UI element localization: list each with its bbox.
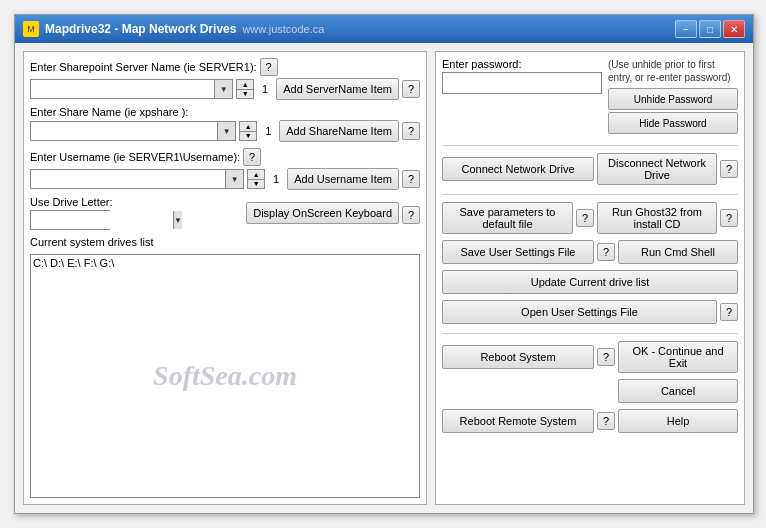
add-sharename-button[interactable]: Add ShareName Item bbox=[279, 120, 399, 142]
maximize-button[interactable]: □ bbox=[699, 20, 721, 38]
password-input[interactable] bbox=[442, 72, 602, 94]
help-button[interactable]: Help bbox=[618, 409, 738, 433]
share-name-group: Enter Share Name (ie xpshare ): ▼ ▲ ▼ 1 … bbox=[30, 106, 420, 142]
username-label-row: Enter Username (ie SERVER1\Username): ? bbox=[30, 148, 420, 166]
server-spinner[interactable]: ▲ ▼ bbox=[236, 79, 254, 99]
share-combo[interactable]: ▼ bbox=[30, 121, 236, 141]
titlebar-left: M Mapdrive32 - Map Network Drives www.ju… bbox=[23, 21, 324, 37]
server-name-group: Enter Sharepoint Server Name (ie SERVER1… bbox=[30, 58, 420, 100]
minimize-button[interactable]: − bbox=[675, 20, 697, 38]
server-label: Enter Sharepoint Server Name (ie SERVER1… bbox=[30, 61, 257, 73]
titlebar-title: Mapdrive32 - Map Network Drives bbox=[45, 22, 236, 36]
server-input[interactable] bbox=[31, 80, 214, 98]
cancel-row: Cancel bbox=[442, 379, 738, 403]
connect-row: Connect Network Drive Disconnect Network… bbox=[442, 153, 738, 185]
left-panel: Enter Sharepoint Server Name (ie SERVER1… bbox=[23, 51, 427, 505]
drive-label: Use Drive Letter: bbox=[30, 196, 113, 208]
ghost-help[interactable]: ? bbox=[720, 209, 738, 227]
server-spinner-down[interactable]: ▼ bbox=[237, 90, 253, 99]
update-row: Update Current drive list bbox=[442, 270, 738, 294]
share-spinner-up[interactable]: ▲ bbox=[240, 122, 256, 132]
share-spinner[interactable]: ▲ ▼ bbox=[239, 121, 257, 141]
add-username-button[interactable]: Add Username Item bbox=[287, 168, 399, 190]
share-combo-arrow[interactable]: ▼ bbox=[217, 122, 235, 140]
app-icon: M bbox=[23, 21, 39, 37]
drive-combo-arrow[interactable]: ▼ bbox=[173, 211, 182, 229]
ghost-button[interactable]: Run Ghost32 from install CD bbox=[597, 202, 717, 234]
share-btn-help[interactable]: ? bbox=[402, 122, 420, 140]
password-note: (Use unhide prior to first entry, or re-… bbox=[608, 58, 738, 84]
password-right: (Use unhide prior to first entry, or re-… bbox=[608, 58, 738, 134]
server-combo[interactable]: ▼ bbox=[30, 79, 233, 99]
share-label: Enter Share Name (ie xpshare ): bbox=[30, 106, 188, 118]
drives-content: C:\ D:\ E:\ F:\ G:\ bbox=[33, 257, 417, 269]
reboot-remote-row: Reboot Remote System ? Help bbox=[442, 409, 738, 433]
main-window: M Mapdrive32 - Map Network Drives www.ju… bbox=[14, 14, 754, 514]
password-left: Enter password: bbox=[442, 58, 602, 134]
save-settings-row: Save User Settings File ? Run Cmd Shell bbox=[442, 240, 738, 264]
open-settings-button[interactable]: Open User Settings File bbox=[442, 300, 717, 324]
username-combo-arrow[interactable]: ▼ bbox=[225, 170, 243, 188]
add-servername-button[interactable]: Add ServerName Item bbox=[276, 78, 399, 100]
cancel-button[interactable]: Cancel bbox=[618, 379, 738, 403]
open-settings-help[interactable]: ? bbox=[720, 303, 738, 321]
save-settings-help[interactable]: ? bbox=[597, 243, 615, 261]
username-input[interactable] bbox=[31, 170, 225, 188]
disconnect-button[interactable]: Disconnect Network Drive bbox=[597, 153, 717, 185]
username-btn-help[interactable]: ? bbox=[402, 170, 420, 188]
password-section: Enter password: (Use unhide prior to fir… bbox=[442, 58, 738, 134]
server-btn-help[interactable]: ? bbox=[402, 80, 420, 98]
reboot-remote-help[interactable]: ? bbox=[597, 412, 615, 430]
save-default-help[interactable]: ? bbox=[576, 209, 594, 227]
save-settings-button[interactable]: Save User Settings File bbox=[442, 240, 594, 264]
titlebar: M Mapdrive32 - Map Network Drives www.ju… bbox=[15, 15, 753, 43]
reboot-remote-button[interactable]: Reboot Remote System bbox=[442, 409, 594, 433]
cmd-button[interactable]: Run Cmd Shell bbox=[618, 240, 738, 264]
username-label: Enter Username (ie SERVER1\Username): bbox=[30, 151, 240, 163]
connect-button[interactable]: Connect Network Drive bbox=[442, 157, 594, 181]
drives-list-label: Current system drives list bbox=[30, 236, 420, 248]
reboot-row: Reboot System ? OK - Continue and Exit bbox=[442, 341, 738, 373]
disconnect-help-button[interactable]: ? bbox=[720, 160, 738, 178]
server-combo-arrow[interactable]: ▼ bbox=[214, 80, 232, 98]
username-spinner-val: 1 bbox=[268, 173, 284, 185]
update-button[interactable]: Update Current drive list bbox=[442, 270, 738, 294]
drives-list: C:\ D:\ E:\ F:\ G:\ SoftSea.com bbox=[30, 254, 420, 498]
share-spinner-val: 1 bbox=[260, 125, 276, 137]
share-input[interactable] bbox=[31, 122, 217, 140]
server-input-row: ▼ ▲ ▼ 1 Add ServerName Item ? bbox=[30, 78, 420, 100]
username-group: Enter Username (ie SERVER1\Username): ? … bbox=[30, 148, 420, 190]
close-button[interactable]: ✕ bbox=[723, 20, 745, 38]
save-default-row: Save parameters to default file ? Run Gh… bbox=[442, 202, 738, 234]
titlebar-url: www.justcode.ca bbox=[242, 23, 324, 35]
username-spinner[interactable]: ▲ ▼ bbox=[247, 169, 265, 189]
share-input-row: ▼ ▲ ▼ 1 Add ShareName Item ? bbox=[30, 120, 420, 142]
reboot-help[interactable]: ? bbox=[597, 348, 615, 366]
reboot-button[interactable]: Reboot System bbox=[442, 345, 594, 369]
open-settings-row: Open User Settings File ? bbox=[442, 300, 738, 324]
server-label-row: Enter Sharepoint Server Name (ie SERVER1… bbox=[30, 58, 420, 76]
share-spinner-down[interactable]: ▼ bbox=[240, 132, 256, 141]
username-spinner-up[interactable]: ▲ bbox=[248, 170, 264, 180]
watermark: SoftSea.com bbox=[153, 360, 297, 392]
keyboard-button[interactable]: Display OnScreen Keyboard bbox=[246, 202, 399, 224]
server-help-button[interactable]: ? bbox=[260, 58, 278, 76]
drive-input[interactable] bbox=[31, 211, 173, 229]
username-help-button[interactable]: ? bbox=[243, 148, 261, 166]
right-panel: Enter password: (Use unhide prior to fir… bbox=[435, 51, 745, 505]
ok-button[interactable]: OK - Continue and Exit bbox=[618, 341, 738, 373]
share-label-row: Enter Share Name (ie xpshare ): bbox=[30, 106, 420, 118]
server-spinner-val: 1 bbox=[257, 83, 273, 95]
hide-password-button[interactable]: Hide Password bbox=[608, 112, 738, 134]
unhide-password-button[interactable]: Unhide Password bbox=[608, 88, 738, 110]
drive-combo[interactable]: ▼ bbox=[30, 210, 110, 230]
keyboard-help-button[interactable]: ? bbox=[402, 206, 420, 224]
save-default-button[interactable]: Save parameters to default file bbox=[442, 202, 573, 234]
username-input-row: ▼ ▲ ▼ 1 Add Username Item ? bbox=[30, 168, 420, 190]
username-spinner-down[interactable]: ▼ bbox=[248, 180, 264, 189]
username-combo[interactable]: ▼ bbox=[30, 169, 244, 189]
server-spinner-up[interactable]: ▲ bbox=[237, 80, 253, 90]
titlebar-buttons: − □ ✕ bbox=[675, 20, 745, 38]
password-label: Enter password: bbox=[442, 58, 602, 70]
drive-letter-row: Use Drive Letter: ▼ Display OnScreen Key… bbox=[30, 196, 420, 230]
